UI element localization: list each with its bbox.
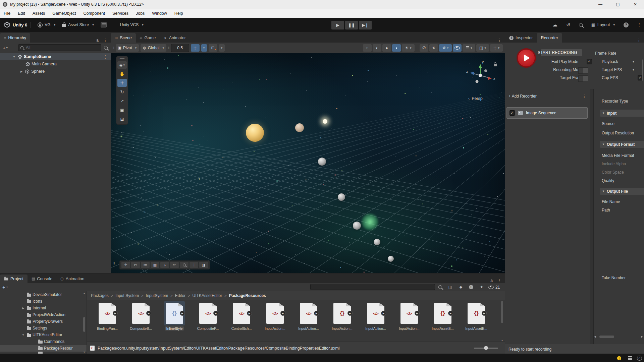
scene-bottom-tool-7[interactable] xyxy=(180,262,189,268)
favorites-star-icon[interactable]: ★ xyxy=(478,284,486,290)
sphere-grey[interactable] xyxy=(338,193,345,201)
scene-bottom-tool-8[interactable]: ⊹ xyxy=(190,262,198,268)
pause-button[interactable]: ❚❚ xyxy=(345,21,358,29)
property-media-file-format[interactable]: Media File Format xyxy=(602,153,644,160)
asset-store-dropdown[interactable]: Asset Store ▾ xyxy=(62,22,94,27)
checkbox-exit-play-mode[interactable] xyxy=(587,59,592,64)
expand-arrow-badge[interactable]: ▶ xyxy=(314,311,319,316)
hierarchy-item-samplescene[interactable]: ▼SampleScene⋮ xyxy=(0,53,111,60)
scene-bottom-tool-5[interactable]: ◑ xyxy=(160,262,169,268)
expand-arrow-badge[interactable]: ▶ xyxy=(146,311,151,316)
property-file-name[interactable]: File Name xyxy=(602,199,644,206)
kebab-menu-icon[interactable]: ⋮ xyxy=(582,94,586,99)
asset-inputaction-6[interactable]: </>▶InputAction... xyxy=(261,301,289,330)
cache-server-icon[interactable] xyxy=(627,356,633,361)
history-icon[interactable]: ↺ xyxy=(566,22,570,27)
scrollbar-thumb[interactable] xyxy=(83,317,85,332)
hidden-count-eye-icon[interactable] xyxy=(487,284,495,290)
kebab-menu-icon[interactable]: ⋮ xyxy=(637,22,641,27)
perspective-label[interactable]: ‹ Persp xyxy=(468,96,483,101)
tab-console[interactable]: ▤Console xyxy=(28,275,56,283)
window-minimize-button[interactable]: — xyxy=(592,0,609,9)
folder-settings[interactable]: Settings xyxy=(0,325,87,331)
recorder-item-image-sequence[interactable]: Image Sequence xyxy=(506,107,588,119)
audio-off-icon[interactable]: ∅ xyxy=(420,44,428,52)
property-output-resolution[interactable]: Output Resolution xyxy=(602,131,644,137)
tree-scrollbar[interactable]: ▲ ▼ xyxy=(83,291,86,354)
hierarchy-item-sphere[interactable]: ▶Sphere xyxy=(0,68,111,75)
expand-arrow-badge[interactable]: ▶ xyxy=(113,311,118,316)
property-color-space[interactable]: Color Space xyxy=(602,170,644,177)
menu-jobs[interactable]: Jobs xyxy=(132,11,148,16)
asset-inputaction-7[interactable]: </>▶InputAction... xyxy=(294,301,323,330)
breadcrumb-uitkasseteditor[interactable]: UITKAssetEditor xyxy=(193,293,222,298)
asset-inputassete-11[interactable]: {}▶InputAssetE... xyxy=(429,301,457,330)
window-close-button[interactable]: ✕ xyxy=(627,0,644,9)
asset-inputaction-9[interactable]: </>▶InputAction... xyxy=(362,301,390,330)
scrollbar-thumb[interactable] xyxy=(501,301,503,323)
chevron-down-icon[interactable]: ▾ xyxy=(633,68,634,71)
scene-bottom-tool-2[interactable]: ✂ xyxy=(131,262,140,268)
scrollbar[interactable] xyxy=(642,59,643,81)
property-source[interactable]: Source xyxy=(602,121,644,128)
asset-controlsch-5[interactable]: </>▶ControlSch... xyxy=(227,301,256,330)
breadcrumb-input-system[interactable]: Input System xyxy=(115,293,139,298)
snap-increment-field[interactable] xyxy=(171,44,189,52)
menu-component[interactable]: Component xyxy=(79,11,109,16)
menu-window[interactable]: Window xyxy=(148,11,170,16)
section-header-output-format[interactable]: ▼Output Format xyxy=(600,141,644,148)
kebab-menu-icon[interactable]: ⋮ xyxy=(103,38,107,43)
shaded-globe-icon[interactable]: ◌ xyxy=(363,44,372,52)
lock-icon[interactable] xyxy=(494,64,497,66)
package-manager-button[interactable] xyxy=(101,22,107,27)
sphere-grey[interactable] xyxy=(318,158,326,166)
overlay-handle[interactable]: ══ xyxy=(120,58,124,60)
add-recorder-button[interactable]: + Add Recorder xyxy=(508,94,537,99)
folder-commands[interactable]: Commands xyxy=(0,338,87,345)
clipped-control-target-fra[interactable] xyxy=(578,75,588,82)
flare-off-icon[interactable]: ↯ xyxy=(429,44,438,52)
expand-arrow-badge[interactable]: ▶ xyxy=(280,311,285,316)
rect-tool[interactable]: ▣ xyxy=(117,106,127,114)
thumbnail-size-slider[interactable] xyxy=(474,348,498,349)
search-by-type-icon[interactable] xyxy=(436,284,444,290)
tab-animation[interactable]: ◷Animation xyxy=(56,275,88,283)
asset-compositeb-2[interactable]: </>▶CompositeB... xyxy=(127,301,155,330)
green-glow[interactable] xyxy=(361,213,379,231)
folder-packageresour[interactable]: PackageResour xyxy=(0,345,87,352)
search-filter-icon[interactable] xyxy=(103,45,109,51)
tab-hierarchy[interactable]: ≡ Hierarchy xyxy=(0,33,30,43)
scene-bottom-tool-4[interactable]: ▦ xyxy=(151,262,159,268)
sphere-icon[interactable]: ● xyxy=(382,44,391,52)
kebab-menu-icon[interactable]: ⋮ xyxy=(103,54,108,59)
snap-settings-caret[interactable]: ▾ xyxy=(219,44,225,52)
folder-propertydrawers[interactable]: PropertyDrawers xyxy=(0,318,87,325)
asset-inlinestyle-3[interactable]: {}▶InlineStyle xyxy=(160,301,189,330)
section-header-output-file[interactable]: ▼Output File xyxy=(600,188,644,195)
sphere-grey[interactable] xyxy=(353,222,361,230)
overlay-handle[interactable]: ‖ xyxy=(113,261,115,265)
expand-arrow-badge[interactable]: ▶ xyxy=(415,311,420,316)
rotate-tool[interactable]: ↻ xyxy=(117,88,127,96)
half-globe-icon[interactable]: ◐ xyxy=(373,44,381,52)
chevron-down-icon[interactable]: ▾ xyxy=(633,60,634,63)
layout-dropdown[interactable]: ▦ Layout ▾ xyxy=(591,22,615,27)
scroll-right-icon[interactable]: ▶ xyxy=(641,335,643,338)
info-icon[interactable]: ! xyxy=(467,284,475,290)
label-icon[interactable]: ◆ xyxy=(457,284,465,290)
expand-arrow-badge[interactable]: ▶ xyxy=(482,311,487,316)
asset-compositep-4[interactable]: </>▶CompositeP... xyxy=(194,301,222,330)
add-asset-button[interactable]: + xyxy=(2,285,5,290)
menu-help[interactable]: Help xyxy=(171,11,187,16)
expand-arrow-badge[interactable]: ▶ xyxy=(213,311,218,316)
kebab-menu-icon[interactable]: ⋮ xyxy=(497,38,501,43)
breadcrumb-inputsystem[interactable]: InputSystem xyxy=(146,293,168,298)
recorder-checkbox[interactable] xyxy=(509,110,515,116)
scrollbar-thumb[interactable] xyxy=(599,336,614,338)
folder-devicesimulator[interactable]: DeviceSimulator xyxy=(0,291,87,298)
grid-snap-toggle[interactable]: ⊹ xyxy=(191,44,200,52)
toolbar-grip[interactable]: ‖ xyxy=(113,46,114,50)
sphere-tan[interactable] xyxy=(295,123,304,132)
move-tool[interactable]: ✛ xyxy=(117,79,127,87)
expander-closed-icon[interactable]: ▶ xyxy=(21,307,25,310)
